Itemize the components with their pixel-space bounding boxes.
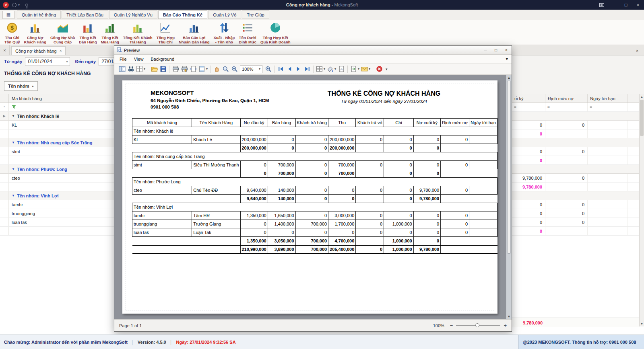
open-icon[interactable] [150,65,159,74]
grid-row-right[interactable]: 9,780,000 [512,183,639,191]
scroll-down-icon[interactable]: ▼ [506,314,512,319]
app-menu-icon[interactable]: ▦ [2,11,14,19]
ribbon-button-money[interactable]: $Thu ChiTồn Quỹ [2,21,22,44]
ribbon-button-chart-bars-green[interactable]: Tổng KếtMua Hàng [99,21,121,44]
grid-row-right[interactable]: 00 [512,218,639,227]
grid-row-right[interactable] [512,112,639,121]
watermark-icon[interactable]: A [337,65,346,74]
grid-row-right[interactable]: 0 [512,156,639,165]
grid-row-right[interactable]: 00 [512,147,639,156]
grid-row-left[interactable]: * [0,103,114,112]
scroll-up-icon[interactable]: ▲ [640,94,644,99]
grid-row-left[interactable]: truonggiang [0,209,114,218]
dropdown-caret-icon[interactable]: ▾ [324,67,325,71]
ribbon-button-chart-area[interactable]: Công Nợ NhàCung Cấp [48,21,77,44]
grid-row-left[interactable] [0,156,114,165]
col-header-dinh-muc-no[interactable]: Định mức nợ [545,94,588,103]
grid-row-right[interactable]: 0 [512,129,639,138]
quick-access-caret-icon[interactable]: ▾ [18,3,20,7]
grid-row-left[interactable]: ▶▼Tên nhóm: Khách lẻ [0,112,114,121]
zoom-in-button[interactable]: + [504,322,507,328]
grid-row-left[interactable]: ▼Tên nhóm: Phước Long [0,165,114,174]
ribbon-button-chart-bars-blue[interactable]: Báo Cáo LợiNhuận Bán Hàng [177,21,212,44]
preview-menu-view[interactable]: View [130,57,147,62]
grid-row-left[interactable]: luanTak [0,218,114,227]
last-page-icon[interactable] [303,65,312,74]
group-by-chip[interactable]: Tên nhóm ▴ [4,81,38,91]
next-page-icon[interactable] [294,65,303,74]
preview-titlebar[interactable]: Preview ─ □ × [114,46,512,55]
page-setup-icon[interactable] [189,65,198,74]
scrollbar-thumb[interactable] [640,100,644,136]
dropdown-caret-icon[interactable]: ▾ [369,67,370,71]
pin-icon[interactable] [25,4,28,6]
collapse-icon[interactable]: ▼ [12,114,15,118]
grid-row-right[interactable]: 0 [512,227,639,236]
zoom-in-icon[interactable] [264,65,272,74]
collapse-icon[interactable]: ▼ [12,194,15,197]
document-tab[interactable]: Công nợ khách hàng × [11,46,66,55]
grid-row-left[interactable]: stmt [0,147,114,156]
grid-row-right[interactable] [512,138,639,147]
close-all-tabs-button[interactable]: × [0,45,10,55]
print-icon[interactable] [171,65,180,74]
grid-row-left[interactable]: ▼Tên nhóm: Vĩnh Lợi [0,191,114,200]
grid-row-left[interactable] [0,129,114,138]
filter-operator-icon[interactable]: = [545,103,588,111]
close-button[interactable]: × [632,0,644,10]
quick-access-icon[interactable] [12,3,17,7]
grid-vertical-scrollbar[interactable]: ▲ ▼ [639,94,644,326]
magnifier-icon[interactable] [221,65,230,74]
ribbon-button-chart-line[interactable]: Tổng HợpThu Chi [155,21,177,44]
screens-button[interactable] [596,0,608,10]
maximize-button[interactable]: □ [620,0,632,10]
grid-row-right[interactable]: 00 [512,121,639,129]
filter-operator-icon[interactable]: = [512,103,545,111]
menu-tab-5[interactable]: Trợ Giúp [242,10,269,19]
ribbon-button-list[interactable]: Tồn DướiĐịnh Mức [237,21,258,44]
col-header-ngay-toi-han[interactable]: Ngày tới hạn [588,94,628,103]
scroll-down-icon[interactable]: ▼ [640,321,644,326]
zoom-slider-thumb[interactable] [475,323,479,327]
header-footer-icon[interactable]: ▾ [198,65,208,74]
menu-tab-0[interactable]: Quản trị hệ thống [17,10,61,19]
collapse-icon[interactable]: ▼ [12,141,15,144]
calendar-caret-icon[interactable]: ▾ [66,60,68,64]
collapse-icon[interactable]: ▼ [12,167,15,171]
grid-row-right[interactable] [512,191,639,200]
multiple-pages-icon[interactable]: ▾ [315,65,326,74]
preview-menu-file[interactable]: File [116,57,130,62]
scrollbar-thumb[interactable] [507,81,511,254]
menu-tab-1[interactable]: Thiết Lập Ban Đầu [62,10,108,19]
menu-tab-3[interactable]: Báo Cáo Thống Kê [158,10,207,19]
zoom-slider[interactable] [456,325,500,326]
grid-row-right[interactable]: 9,780,0000 [512,174,639,183]
grid-row-left[interactable]: cteo [0,174,114,183]
dropdown-caret-icon[interactable]: ▾ [334,67,336,71]
preview-menu-background[interactable]: Background [147,57,178,62]
menu-overflow-icon[interactable]: ▾ [502,56,512,62]
grid-row-right[interactable] [512,165,639,174]
thumbnails-icon[interactable]: ▾ [135,65,146,74]
ribbon-button-chart-bars-gold[interactable]: Công NợKhách Hàng [22,21,48,44]
col-header-ma-khach-hang[interactable]: Mã khách hàng [9,94,114,103]
grid-row-left[interactable]: tamhr [0,200,114,209]
grid-row-right[interactable]: 00 [512,209,639,218]
save-icon[interactable] [159,65,167,74]
zoom-combo[interactable]: 100%▾ [240,65,262,73]
grid-row-right[interactable]: === [512,103,639,112]
grid-row-left[interactable]: ▼Tên nhóm: Nhà cung cấp Sóc Trăng [0,138,114,147]
quick-print-icon[interactable] [180,65,189,74]
filter-funnel-icon[interactable] [12,105,16,110]
preview-close-button[interactable]: × [501,46,512,54]
tab-close-icon[interactable]: × [60,49,62,53]
preview-maximize-button[interactable]: □ [491,46,501,54]
preview-minimize-button[interactable]: ─ [480,46,491,54]
close-document-button[interactable]: × [634,47,641,54]
preview-vertical-scrollbar[interactable]: ▲ ▼ [506,75,512,319]
search-icon[interactable] [126,65,135,74]
menu-tab-4[interactable]: Quản Lý Vỏ [208,10,241,19]
email-icon[interactable]: ▾ [360,65,371,74]
grid-row-left[interactable] [0,227,114,236]
menu-tab-2[interactable]: Quản Lý Nghiệp Vụ [109,10,157,19]
